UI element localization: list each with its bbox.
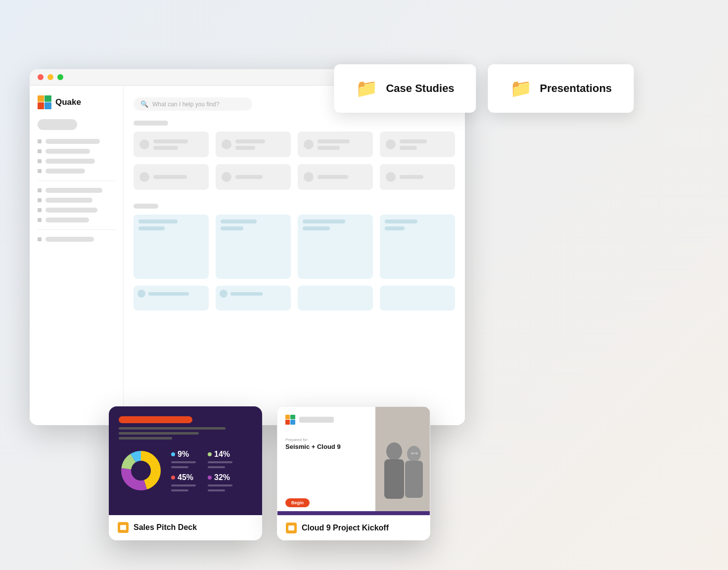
stat-9pct: 9% [171, 450, 196, 468]
svg-point-8 [132, 462, 150, 480]
cloud9-project-card[interactable]: Prepared for: Seismic + Cloud 9 Begin [277, 406, 430, 540]
logo-text: Quake [55, 97, 81, 107]
skel-circle [222, 172, 231, 182]
cloud9-begin-area: Begin [285, 492, 367, 507]
section-label-skeleton [134, 121, 168, 126]
sidebar-item[interactable] [38, 208, 115, 213]
skeleton-row-2 [134, 164, 455, 190]
stat-subline [171, 466, 188, 468]
content-card-blue-4[interactable] [380, 215, 455, 279]
sidebar-bar [46, 218, 89, 222]
sidebar-pill [38, 119, 77, 130]
skel-circle [386, 172, 396, 182]
stat-subline [208, 489, 225, 491]
svg-rect-3 [45, 102, 51, 109]
skel-lines [235, 175, 285, 179]
sidebar-bar [46, 149, 90, 154]
sidebar-item[interactable] [38, 237, 115, 242]
skeleton-card [380, 164, 455, 190]
folder-card-presentations[interactable]: 📁 Presentations [488, 64, 634, 113]
sidebar: Quake [30, 86, 124, 424]
sidebar-item[interactable] [38, 198, 115, 203]
skel-lines [400, 139, 449, 150]
skel-line [400, 146, 417, 150]
window-maximize-dot[interactable] [57, 74, 63, 80]
svg-point-17 [407, 446, 421, 462]
stat-value-14: 14% [214, 450, 230, 459]
sidebar-dot [38, 169, 42, 173]
stat-value-32: 32% [214, 473, 230, 482]
skel-circle [139, 139, 149, 149]
skel-line [400, 139, 427, 143]
skel-circle [139, 172, 149, 182]
skel-lines [318, 175, 367, 179]
content-card-blue-2[interactable] [216, 215, 291, 279]
sidebar-bar [46, 237, 94, 242]
stat-value-9: 9% [178, 450, 189, 459]
sales-pitch-title: Sales Pitch Deck [134, 523, 197, 532]
presentation-icon-inner [120, 525, 126, 530]
sidebar-dot [38, 208, 42, 212]
svg-rect-12 [290, 420, 295, 425]
cloud9-begin-button[interactable]: Begin [285, 498, 310, 507]
folder-card-case-studies[interactable]: 📁 Case Studies [334, 64, 476, 113]
cloud9-company: Seismic + Cloud 9 [285, 443, 367, 450]
skel-line [235, 139, 265, 143]
sidebar-item[interactable] [38, 218, 115, 222]
skel-lines [318, 139, 367, 150]
skel-circle [222, 139, 231, 149]
browser-window: Quake [30, 69, 465, 425]
sidebar-bar [46, 188, 102, 193]
sidebar-item[interactable] [38, 188, 115, 193]
skel-line [400, 175, 423, 179]
floating-presentation-cards: 9% 14% [109, 406, 430, 540]
chart-line [119, 432, 199, 435]
svg-point-15 [386, 442, 402, 460]
stat-pair-bottom: 45% 32% [171, 473, 232, 491]
folder-icon-presentations: 📁 [510, 78, 532, 99]
cloud9-purple-bar [277, 511, 430, 515]
skel-line [153, 175, 187, 179]
cloud9-prepared-section: Prepared for: Seismic + Cloud 9 [285, 438, 367, 450]
svg-rect-10 [285, 415, 290, 419]
svg-rect-1 [38, 95, 44, 102]
window-minimize-dot[interactable] [47, 74, 53, 80]
sidebar-item[interactable] [38, 139, 115, 144]
sidebar-bar [46, 208, 97, 213]
sidebar-item[interactable] [38, 169, 115, 174]
stat-subline [171, 484, 196, 486]
sidebar-divider [38, 229, 115, 230]
skel-line [235, 175, 263, 179]
skeleton-card [298, 164, 373, 190]
content-card-blue-3[interactable] [298, 215, 373, 279]
stat-14pct: 14% [208, 450, 232, 468]
skel-line [153, 139, 188, 143]
skel-line [318, 175, 348, 179]
sidebar-dot [38, 188, 42, 192]
skel-line [235, 146, 255, 150]
search-icon: 🔍 [140, 100, 148, 108]
skel-circle [304, 172, 314, 182]
window-close-dot[interactable] [38, 74, 44, 80]
quake-logo-small [285, 415, 295, 425]
folder-label-case-studies: Case Studies [386, 82, 454, 95]
svg-rect-18 [405, 461, 423, 498]
skel-lines [235, 139, 285, 150]
search-bar[interactable]: 🔍 What can I help you find? [134, 97, 252, 111]
skeleton-card [134, 132, 209, 157]
skel-line [318, 139, 350, 143]
presentation-icon [118, 522, 129, 533]
sidebar-section-3 [38, 237, 115, 242]
stat-pair-top: 9% 14% [171, 450, 232, 468]
skeleton-row-1 [134, 132, 455, 157]
sidebar-item[interactable] [38, 159, 115, 164]
floating-folders: 📁 Case Studies 📁 Presentations [334, 64, 634, 113]
stat-subline [171, 461, 196, 463]
sales-pitch-deck-card[interactable]: 9% 14% [109, 406, 262, 540]
stat-45pct: 45% [171, 473, 196, 491]
content-card-blue-1[interactable] [134, 215, 209, 279]
skeleton-card [380, 132, 455, 157]
sidebar-item[interactable] [38, 149, 115, 154]
stat-subline [171, 489, 188, 491]
svg-rect-16 [384, 459, 404, 499]
